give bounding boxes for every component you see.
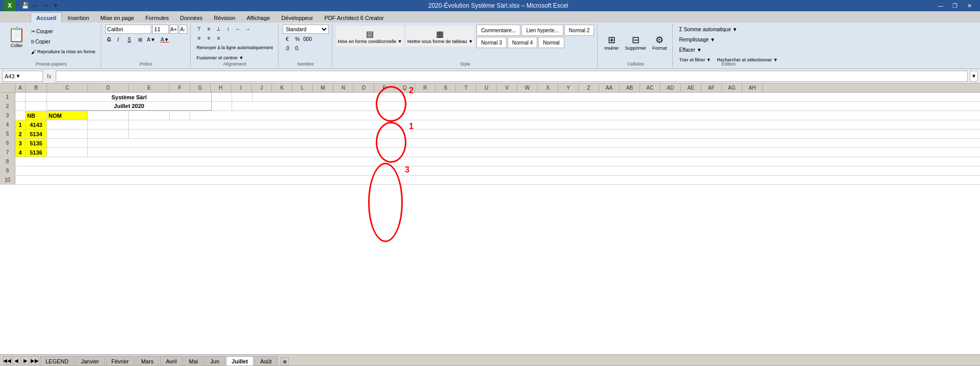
col-header-AB[interactable]: AB [620,83,640,92]
col-header-X[interactable]: X [538,83,558,92]
select-all-corner[interactable] [0,83,15,92]
align-center-btn[interactable]: ≡ [204,34,214,42]
col-header-AH[interactable]: AH [742,83,763,92]
reproduire-button[interactable]: 🖌 Reproduire la mise en forme [29,47,98,56]
cell-B7[interactable]: 5136 [26,148,47,157]
font-size-increase-btn[interactable]: A+ [170,25,178,34]
row-header-7[interactable]: 7 [0,148,15,157]
thousands-btn[interactable]: 000 [303,35,312,43]
cell-B4[interactable]: 4143 [26,120,47,129]
qa-save-btn[interactable]: 💾 [20,1,30,10]
normal3-btn[interactable]: Normal 3 [476,37,507,48]
qa-more-btn[interactable]: ▼ [51,1,60,10]
cell-F3[interactable] [170,111,190,120]
close-button[interactable]: ✕ [963,1,976,10]
decimal-increase-btn[interactable]: .0 [283,44,292,52]
col-header-AF[interactable]: AF [701,83,722,92]
cell-B6[interactable]: 5135 [26,139,47,147]
cell-A1[interactable] [15,93,26,101]
cell-C5[interactable] [47,130,88,138]
tab-pdf[interactable]: PDF Architect 6 Creator [319,12,390,23]
formula-expand-btn[interactable]: ▼ [970,71,978,82]
tab-Fevrier[interactable]: Février [106,356,134,365]
col-header-N[interactable]: N [333,83,354,92]
tab-nav-prev-btn[interactable]: ◀ [12,356,20,364]
col-header-F[interactable]: F [170,83,190,92]
col-header-R[interactable]: R [415,83,436,92]
col-header-AG[interactable]: AG [722,83,742,92]
indent-decrease-btn[interactable]: ← [234,25,243,33]
cell-A2[interactable] [15,102,26,111]
supprimer-button[interactable]: ⊟ Supprimer [622,27,649,58]
cell-A6[interactable]: 3 [15,139,26,147]
add-sheet-btn[interactable]: ⊕ [281,357,289,365]
tab-nav-last-btn[interactable]: ▶▶ [31,356,39,364]
tab-Mai[interactable]: Mai [184,356,204,365]
align-left-btn[interactable]: ≡ [195,34,204,42]
border-button[interactable]: ⊞ [136,35,144,44]
tab-affichage[interactable]: Affichage [241,12,276,23]
col-header-G[interactable]: G [190,83,211,92]
col-header-I[interactable]: I [231,83,252,92]
col-header-AD[interactable]: AD [660,83,681,92]
col-header-T[interactable]: T [456,83,476,92]
col-header-B[interactable]: B [26,83,47,92]
tab-Avril[interactable]: Avril [160,356,182,365]
tab-Aout[interactable]: Août [255,356,278,365]
align-right-btn[interactable]: ≡ [214,34,223,42]
cell-D4[interactable] [88,120,129,129]
tab-formules[interactable]: Formules [140,12,174,23]
cell-G2[interactable] [212,102,232,111]
col-header-V[interactable]: V [497,83,517,92]
col-header-Q[interactable]: Q [395,83,415,92]
tab-Mars[interactable]: Mars [135,356,159,365]
col-header-Z[interactable]: Z [579,83,599,92]
align-middle-btn[interactable]: ≡ [204,25,214,33]
col-header-H[interactable]: H [211,83,231,92]
align-top-btn[interactable]: ⊤ [195,25,204,33]
somme-automatique-btn[interactable]: Σ Somme automatique ▼ [677,25,780,34]
indent-increase-btn[interactable]: → [243,25,253,33]
minimize-button[interactable]: — [934,1,947,10]
cell-C4[interactable] [47,120,88,129]
col-header-O[interactable]: O [354,83,374,92]
cell-C2-merged[interactable]: Juillet 2020 [47,102,212,111]
cell-B2[interactable] [26,102,47,111]
col-header-J[interactable]: J [252,83,272,92]
mise-en-forme-conditionnelle-btn[interactable]: ▤ Mise en forme conditionnelle ▼ [336,26,404,47]
font-name-input[interactable] [105,25,151,34]
maximize-button[interactable]: ❐ [948,1,962,10]
format-button[interactable]: ⚙ Format [650,27,670,58]
cell-B3[interactable]: NB [26,111,47,120]
col-header-C[interactable]: C [47,83,88,92]
col-header-AE[interactable]: AE [681,83,701,92]
col-header-AC[interactable]: AC [640,83,660,92]
col-header-P[interactable]: P [374,83,395,92]
row-header-2[interactable]: 2 [0,102,15,111]
qa-redo-btn[interactable]: ↪ [41,1,50,10]
inserer-button[interactable]: ⊞ Insérer [602,27,621,58]
font-size-decrease-btn[interactable]: A- [179,25,187,34]
normal-btn[interactable]: Normal [538,37,564,48]
remplissage-btn[interactable]: Remplissage ▼ [677,35,780,44]
col-header-Y[interactable]: Y [558,83,579,92]
decimal-decrease-btn[interactable]: 0. [293,44,302,52]
tab-developpeur[interactable]: Développeur [276,12,318,23]
row-header-5[interactable]: 5 [0,130,15,138]
cell-G1[interactable] [212,93,232,101]
percent-btn[interactable]: % [293,35,302,43]
lien-hypertexte-btn[interactable]: Lien hyperte... [521,25,563,36]
tab-accueil[interactable]: Accueil [31,12,62,23]
bold-button[interactable]: G [105,35,115,44]
row-header-6[interactable]: 6 [0,139,15,147]
effacer-btn[interactable]: Effacer ▼ [677,45,780,54]
cell-A5[interactable]: 2 [15,130,26,138]
number-format-select[interactable]: Standard Nombre Pourcentage [283,25,329,34]
row-header-10[interactable]: 10 [0,176,15,184]
wrap-text-button[interactable]: Renvoyer à la ligne automatiquement [195,43,275,52]
col-header-K[interactable]: K [272,83,292,92]
row-header-1[interactable]: 1 [0,93,15,101]
italic-button[interactable]: I [116,35,125,44]
coller-button[interactable]: 📋 Coller [5,25,28,60]
underline-button[interactable]: S [126,35,135,44]
